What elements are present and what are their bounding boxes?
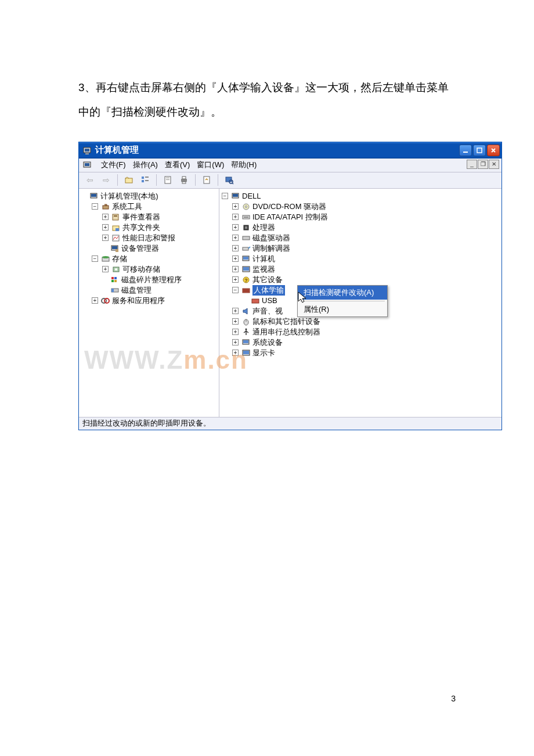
properties-button[interactable]	[161, 174, 174, 186]
mouse-icon	[241, 318, 251, 326]
back-button[interactable]: ⇦	[84, 174, 96, 186]
svg-rect-17	[182, 182, 186, 183]
tree-node-device-manager[interactable]: 设备管理器	[102, 243, 219, 254]
expand-icon[interactable]: +	[102, 224, 109, 231]
device-node-cpu[interactable]: +处理器	[232, 222, 501, 233]
svg-text:?: ?	[244, 278, 248, 283]
expand-icon[interactable]: +	[232, 214, 239, 220]
menu-window[interactable]: 窗口(W)	[197, 160, 224, 170]
device-node-dvd[interactable]: +DVD/CD-ROM 驱动器	[232, 201, 501, 212]
svg-rect-28	[116, 228, 119, 231]
tree-node-defrag[interactable]: 磁盘碎片整理程序	[102, 275, 219, 285]
context-menu-properties[interactable]: 属性(R)	[298, 303, 387, 316]
svg-rect-62	[243, 289, 249, 292]
cursor-icon	[297, 291, 308, 306]
mdi-restore-button[interactable]: ❐	[478, 160, 488, 169]
right-tree-pane[interactable]: − DELL +DVD/CD-ROM 驱动器 +IDE ATA/ATAPI 控制…	[219, 189, 501, 417]
usb-icon	[241, 328, 251, 336]
device-node-sysdev[interactable]: +系统设备	[232, 337, 501, 348]
menu-action[interactable]: 操作(A)	[133, 160, 158, 170]
device-node-modem[interactable]: +调制解调器	[232, 243, 501, 254]
expand-icon[interactable]: +	[232, 235, 239, 241]
expand-icon[interactable]: +	[232, 329, 239, 335]
modem-icon	[241, 244, 251, 253]
device-node-ide[interactable]: +IDE ATA/ATAPI 控制器	[232, 212, 501, 222]
device-node-computer[interactable]: +计算机	[232, 254, 501, 264]
storage-icon	[101, 255, 110, 263]
titlebar[interactable]: 计算机管理	[79, 142, 501, 159]
maximize-button[interactable]	[473, 145, 486, 156]
expand-icon[interactable]: +	[232, 245, 239, 251]
left-tree-pane[interactable]: 计算机管理(本地) − 系统工具 +事件查看器	[79, 189, 219, 417]
svg-rect-46	[233, 194, 238, 197]
expand-icon[interactable]: +	[232, 276, 239, 283]
expand-icon[interactable]: +	[232, 308, 239, 314]
hid-icon	[241, 286, 251, 294]
question-icon: ?	[241, 276, 251, 284]
expand-icon[interactable]: +	[232, 350, 239, 356]
device-node-disk[interactable]: +磁盘驱动器	[232, 233, 501, 243]
print-button[interactable]	[178, 174, 190, 186]
minimize-button[interactable]	[459, 145, 472, 156]
collapse-icon[interactable]: −	[92, 203, 98, 210]
expand-icon[interactable]: +	[232, 255, 239, 262]
expand-icon[interactable]: +	[92, 297, 98, 304]
expand-icon[interactable]: +	[232, 266, 239, 272]
expand-icon[interactable]: +	[102, 214, 109, 220]
expand-icon[interactable]: +	[232, 339, 239, 345]
svg-rect-18	[204, 177, 210, 183]
cpu-icon	[241, 224, 251, 232]
mdi-child-icon	[82, 160, 92, 170]
tree-node-event-viewer[interactable]: +事件查看器	[102, 212, 219, 222]
up-button[interactable]	[122, 174, 135, 186]
svg-rect-38	[114, 277, 117, 279]
menu-file[interactable]: 文件(F)	[101, 160, 126, 170]
device-node-root[interactable]: − DELL	[222, 191, 501, 201]
collapse-icon[interactable]: −	[232, 287, 239, 293]
device-node-usbctrl[interactable]: +通用串行总线控制器	[232, 327, 501, 337]
menu-view[interactable]: 查看(V)	[165, 160, 190, 170]
device-manager-icon	[110, 244, 120, 253]
device-node-other[interactable]: +?其它设备	[232, 275, 501, 285]
device-node-monitor[interactable]: +监视器	[232, 264, 501, 275]
mdi-minimize-button[interactable]: _	[467, 160, 477, 169]
toolbar: ⇦ ⇨	[79, 172, 501, 189]
tree-node-shared-folders[interactable]: +共享文件夹	[102, 222, 219, 233]
refresh-button[interactable]	[200, 174, 213, 186]
svg-rect-54	[243, 247, 248, 250]
expand-icon[interactable]: +	[232, 318, 239, 325]
expand-icon[interactable]: +	[102, 266, 109, 272]
svg-rect-26	[114, 215, 117, 217]
monitor-icon	[241, 265, 251, 273]
collapse-icon[interactable]: −	[92, 255, 98, 262]
svg-point-34	[102, 256, 109, 258]
svg-rect-11	[145, 180, 149, 181]
forward-button[interactable]: ⇨	[100, 174, 113, 186]
expand-icon[interactable]: +	[232, 203, 239, 210]
list-button[interactable]	[139, 174, 151, 186]
tree-node-perf-logs[interactable]: +性能日志和警报	[102, 233, 219, 243]
tree-node-system-tools[interactable]: − 系统工具	[92, 201, 219, 212]
scan-hardware-button[interactable]	[223, 174, 236, 186]
svg-rect-58	[243, 267, 249, 271]
event-viewer-icon	[111, 213, 121, 221]
tree-node-removable[interactable]: +可移动存储	[102, 264, 219, 275]
tree-node-services[interactable]: +服务和应用程序	[92, 296, 219, 306]
tree-node-disk-mgmt[interactable]: 磁盘管理	[102, 285, 219, 296]
collapse-icon[interactable]: −	[222, 193, 228, 199]
svg-rect-53	[243, 236, 250, 240]
expand-icon[interactable]: +	[232, 224, 239, 231]
mdi-close-button[interactable]: ✕	[489, 160, 499, 169]
disk-icon	[241, 234, 251, 242]
menu-help[interactable]: 帮助(H)	[231, 160, 257, 170]
shared-folder-icon	[111, 224, 121, 232]
context-menu-scan[interactable]: 扫描检测硬件改动(A)	[298, 286, 387, 300]
tree-node-root[interactable]: 计算机管理(本地)	[81, 191, 219, 201]
system-icon	[241, 339, 251, 347]
close-button[interactable]	[487, 145, 500, 156]
svg-point-48	[246, 206, 247, 207]
device-node-mouse[interactable]: +鼠标和其它指针设备	[232, 316, 501, 327]
expand-icon[interactable]: +	[102, 235, 109, 241]
tree-node-storage[interactable]: − 存储	[92, 254, 219, 264]
device-node-display[interactable]: +显示卡	[232, 348, 501, 358]
